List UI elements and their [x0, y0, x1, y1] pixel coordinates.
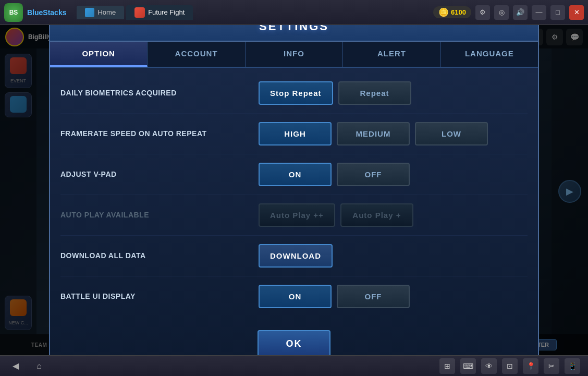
framerate-controls: HIGH MEDIUM LOW [259, 122, 488, 145]
scissors-btn[interactable]: ✂ [544, 358, 559, 374]
setting-row-vpad: ADJUST V-PAD ON OFF [60, 154, 528, 195]
tab-language-label: LANGUAGE [465, 49, 514, 58]
titlebar-right: 🪙 6100 ⚙ ◎ 🔊 — □ ✕ [433, 5, 588, 20]
bs-bottom-right: ⊞ ⌨ 👁 ⊡ 📍 ✂ 📱 [439, 358, 580, 374]
tab-language[interactable]: LANGUAGE [441, 42, 538, 67]
coin-icon: 🪙 [438, 7, 449, 17]
setting-row-battle-ui: BATTLE UI DISPLAY ON OFF [60, 276, 528, 317]
repeat-button[interactable]: Repeat [338, 81, 411, 105]
keyboard-layout-btn[interactable]: ⊞ [439, 358, 455, 374]
game-tab-icon [134, 7, 145, 18]
modal-header: SETTINGS [50, 25, 538, 42]
fullscreen-btn[interactable]: ⊡ [502, 358, 518, 374]
eye-btn[interactable]: 👁 [481, 358, 497, 374]
download-button[interactable]: DOWNLOAD [259, 244, 333, 268]
app-name: BlueStacks [27, 8, 66, 17]
game-tab[interactable]: Future Fight [126, 5, 193, 20]
maximize-btn[interactable]: □ [550, 5, 565, 20]
autoplay-controls: Auto Play ++ Auto Play + [259, 203, 413, 227]
daily-biometrics-controls: Stop Repeat Repeat [259, 81, 411, 105]
autoplay-p-button: Auto Play + [340, 203, 413, 227]
home-tab-label: Home [97, 8, 116, 16]
autoplay-pp-button: Auto Play ++ [259, 203, 335, 227]
tab-account[interactable]: ACCOUNT [148, 42, 245, 67]
battle-ui-on-button[interactable]: ON [259, 285, 332, 308]
settings-icon-btn[interactable]: ⚙ [475, 5, 490, 20]
tab-option[interactable]: OPTION [50, 42, 148, 67]
modal-title: SETTINGS [259, 25, 329, 33]
framerate-label: FRAMERATE SPEED ON AUTO REPEAT [60, 129, 259, 138]
modal-footer: OK [50, 322, 538, 356]
keyboard-btn[interactable]: ⌨ [460, 358, 476, 374]
tab-alert-label: ALERT [377, 49, 406, 58]
titlebar: BS BlueStacks Home Future Fight 🪙 6100 ⚙… [0, 0, 588, 25]
tab-info[interactable]: INFO [246, 42, 343, 67]
phone-btn[interactable]: 📱 [565, 358, 580, 374]
vpad-on-button[interactable]: ON [259, 163, 332, 186]
tab-alert[interactable]: ALERT [343, 42, 440, 67]
download-label: DOWNLOAD ALL DATA [60, 251, 259, 260]
home-button[interactable]: ⌂ [31, 358, 47, 374]
modal-body: DAILY BIOMETRICS ACQUIRED Stop Repeat Re… [50, 68, 538, 322]
settings-modal: SETTINGS OPTION ACCOUNT INFO ALERT LANGU… [49, 25, 539, 355]
minimize-btn[interactable]: — [532, 5, 546, 20]
tab-account-label: ACCOUNT [175, 49, 218, 58]
volume-icon-btn[interactable]: 🔊 [513, 5, 528, 20]
bs-bottombar: ◀ ⌂ ⊞ ⌨ 👁 ⊡ 📍 ✂ 📱 [0, 355, 588, 376]
network-icon-btn[interactable]: ◎ [494, 5, 509, 20]
vpad-off-button[interactable]: OFF [337, 163, 410, 186]
ok-button[interactable]: OK [258, 330, 330, 356]
daily-biometrics-label: DAILY BIOMETRICS ACQUIRED [60, 89, 259, 97]
close-btn[interactable]: ✕ [569, 5, 584, 20]
home-tab[interactable]: Home [77, 6, 124, 19]
stop-repeat-button[interactable]: Stop Repeat [259, 81, 333, 105]
back-button[interactable]: ◀ [8, 358, 23, 374]
vpad-controls: ON OFF [259, 163, 410, 186]
battle-ui-label: BATTLE UI DISPLAY [60, 292, 259, 300]
battle-ui-controls: ON OFF [259, 285, 410, 308]
setting-row-daily-biometrics: DAILY BIOMETRICS ACQUIRED Stop Repeat Re… [60, 73, 528, 114]
bluestacks-logo: BS [4, 3, 23, 22]
game-background: BigBilly2099 ⚡ 83/83 ➕ 🪙 2,782,433 ➕ 323… [0, 25, 588, 355]
setting-row-framerate: FRAMERATE SPEED ON AUTO REPEAT HIGH MEDI… [60, 114, 528, 154]
tab-option-label: OPTION [82, 49, 115, 58]
modal-tabs: OPTION ACCOUNT INFO ALERT LANGUAGE [50, 42, 538, 68]
download-controls: DOWNLOAD [259, 244, 333, 268]
high-button[interactable]: HIGH [259, 122, 332, 145]
setting-row-autoplay: AUTO PLAY AVAILABLE Auto Play ++ Auto Pl… [60, 195, 528, 236]
game-tab-label: Future Fight [148, 8, 185, 16]
autoplay-label: AUTO PLAY AVAILABLE [60, 211, 259, 219]
low-button[interactable]: LOW [415, 122, 488, 145]
medium-button[interactable]: MEDIUM [337, 122, 410, 145]
battle-ui-off-button[interactable]: OFF [337, 285, 410, 308]
coin-display: 🪙 6100 [433, 6, 471, 18]
vpad-label: ADJUST V-PAD [60, 170, 259, 178]
coin-amount: 6100 [451, 8, 466, 16]
setting-row-download: DOWNLOAD ALL DATA DOWNLOAD [60, 236, 528, 276]
tab-info-label: INFO [284, 49, 304, 58]
location-btn[interactable]: 📍 [523, 358, 538, 374]
